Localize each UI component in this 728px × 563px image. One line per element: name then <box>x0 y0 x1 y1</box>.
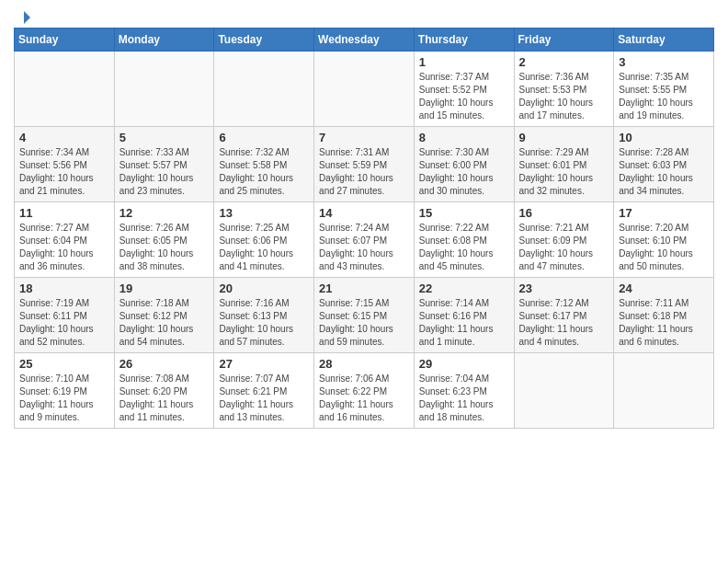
page-header <box>14 9 714 22</box>
calendar-cell <box>514 353 614 429</box>
calendar-cell: 26Sunrise: 7:08 AM Sunset: 6:20 PM Dayli… <box>114 353 214 429</box>
day-header-tuesday: Tuesday <box>214 29 314 52</box>
day-number: 16 <box>519 206 609 220</box>
day-info: Sunrise: 7:15 AM Sunset: 6:15 PM Dayligh… <box>319 297 409 349</box>
day-number: 19 <box>119 282 210 295</box>
day-info: Sunrise: 7:34 AM Sunset: 5:56 PM Dayligh… <box>19 146 109 198</box>
calendar-cell: 3Sunrise: 7:35 AM Sunset: 5:55 PM Daylig… <box>614 52 714 127</box>
day-info: Sunrise: 7:10 AM Sunset: 6:19 PM Dayligh… <box>19 373 109 424</box>
day-header-thursday: Thursday <box>414 29 514 52</box>
calendar-cell: 8Sunrise: 7:30 AM Sunset: 6:00 PM Daylig… <box>414 127 514 202</box>
day-number: 12 <box>119 206 210 220</box>
svg-marker-0 <box>24 11 30 24</box>
day-info: Sunrise: 7:14 AM Sunset: 6:16 PM Dayligh… <box>419 297 509 349</box>
day-number: 29 <box>419 357 509 371</box>
logo <box>14 9 32 22</box>
day-number: 8 <box>419 131 509 144</box>
day-number: 2 <box>519 55 609 69</box>
calendar-week-row: 4Sunrise: 7:34 AM Sunset: 5:56 PM Daylig… <box>15 127 714 202</box>
calendar-cell: 12Sunrise: 7:26 AM Sunset: 6:05 PM Dayli… <box>114 202 214 278</box>
day-number: 28 <box>319 357 409 371</box>
day-number: 21 <box>319 282 409 295</box>
day-info: Sunrise: 7:04 AM Sunset: 6:23 PM Dayligh… <box>419 373 509 424</box>
day-info: Sunrise: 7:19 AM Sunset: 6:11 PM Dayligh… <box>19 297 109 349</box>
day-number: 7 <box>319 131 409 144</box>
logo-icon <box>16 9 32 26</box>
day-number: 10 <box>619 131 709 144</box>
day-number: 27 <box>219 357 309 371</box>
calendar-cell: 7Sunrise: 7:31 AM Sunset: 5:59 PM Daylig… <box>314 127 415 202</box>
day-header-saturday: Saturday <box>614 29 714 52</box>
day-number: 6 <box>219 131 309 144</box>
calendar-cell: 14Sunrise: 7:24 AM Sunset: 6:07 PM Dayli… <box>314 202 415 278</box>
day-header-friday: Friday <box>514 29 614 52</box>
calendar-week-row: 1Sunrise: 7:37 AM Sunset: 5:52 PM Daylig… <box>15 52 714 127</box>
calendar-cell: 15Sunrise: 7:22 AM Sunset: 6:08 PM Dayli… <box>414 202 514 278</box>
day-info: Sunrise: 7:06 AM Sunset: 6:22 PM Dayligh… <box>319 373 409 424</box>
calendar-week-row: 11Sunrise: 7:27 AM Sunset: 6:04 PM Dayli… <box>15 202 714 278</box>
day-info: Sunrise: 7:28 AM Sunset: 6:03 PM Dayligh… <box>619 146 709 198</box>
day-number: 18 <box>19 282 109 295</box>
calendar-cell: 10Sunrise: 7:28 AM Sunset: 6:03 PM Dayli… <box>614 127 714 202</box>
day-info: Sunrise: 7:07 AM Sunset: 6:21 PM Dayligh… <box>219 373 309 424</box>
day-number: 23 <box>519 282 609 295</box>
calendar-cell: 20Sunrise: 7:16 AM Sunset: 6:13 PM Dayli… <box>214 278 314 353</box>
day-number: 11 <box>19 206 109 220</box>
calendar-cell: 24Sunrise: 7:11 AM Sunset: 6:18 PM Dayli… <box>614 278 714 353</box>
day-info: Sunrise: 7:11 AM Sunset: 6:18 PM Dayligh… <box>619 297 709 349</box>
day-info: Sunrise: 7:36 AM Sunset: 5:53 PM Dayligh… <box>519 71 609 122</box>
day-info: Sunrise: 7:08 AM Sunset: 6:20 PM Dayligh… <box>119 373 210 424</box>
day-info: Sunrise: 7:25 AM Sunset: 6:06 PM Dayligh… <box>219 222 309 273</box>
calendar-week-row: 25Sunrise: 7:10 AM Sunset: 6:19 PM Dayli… <box>15 353 714 429</box>
day-number: 17 <box>619 206 709 220</box>
calendar-cell: 2Sunrise: 7:36 AM Sunset: 5:53 PM Daylig… <box>514 52 614 127</box>
calendar-cell <box>314 52 415 127</box>
day-info: Sunrise: 7:24 AM Sunset: 6:07 PM Dayligh… <box>319 222 409 273</box>
day-info: Sunrise: 7:29 AM Sunset: 6:01 PM Dayligh… <box>519 146 609 198</box>
calendar-cell: 21Sunrise: 7:15 AM Sunset: 6:15 PM Dayli… <box>314 278 415 353</box>
calendar-cell: 25Sunrise: 7:10 AM Sunset: 6:19 PM Dayli… <box>15 353 115 429</box>
day-info: Sunrise: 7:18 AM Sunset: 6:12 PM Dayligh… <box>119 297 210 349</box>
day-info: Sunrise: 7:31 AM Sunset: 5:59 PM Dayligh… <box>319 146 409 198</box>
day-info: Sunrise: 7:27 AM Sunset: 6:04 PM Dayligh… <box>19 222 109 273</box>
day-number: 5 <box>119 131 210 144</box>
calendar-cell: 11Sunrise: 7:27 AM Sunset: 6:04 PM Dayli… <box>15 202 115 278</box>
day-info: Sunrise: 7:20 AM Sunset: 6:10 PM Dayligh… <box>619 222 709 273</box>
calendar-cell: 22Sunrise: 7:14 AM Sunset: 6:16 PM Dayli… <box>414 278 514 353</box>
day-header-sunday: Sunday <box>15 29 115 52</box>
calendar-week-row: 18Sunrise: 7:19 AM Sunset: 6:11 PM Dayli… <box>15 278 714 353</box>
calendar-cell: 29Sunrise: 7:04 AM Sunset: 6:23 PM Dayli… <box>414 353 514 429</box>
calendar-cell: 9Sunrise: 7:29 AM Sunset: 6:01 PM Daylig… <box>514 127 614 202</box>
day-number: 4 <box>19 131 109 144</box>
calendar-header-row: SundayMondayTuesdayWednesdayThursdayFrid… <box>15 29 714 52</box>
calendar-cell: 6Sunrise: 7:32 AM Sunset: 5:58 PM Daylig… <box>214 127 314 202</box>
day-number: 25 <box>19 357 109 371</box>
day-number: 22 <box>419 282 509 295</box>
day-number: 26 <box>119 357 210 371</box>
day-info: Sunrise: 7:16 AM Sunset: 6:13 PM Dayligh… <box>219 297 309 349</box>
calendar-cell <box>15 52 115 127</box>
calendar-cell: 23Sunrise: 7:12 AM Sunset: 6:17 PM Dayli… <box>514 278 614 353</box>
calendar-cell: 27Sunrise: 7:07 AM Sunset: 6:21 PM Dayli… <box>214 353 314 429</box>
day-info: Sunrise: 7:21 AM Sunset: 6:09 PM Dayligh… <box>519 222 609 273</box>
day-info: Sunrise: 7:30 AM Sunset: 6:00 PM Dayligh… <box>419 146 509 198</box>
day-number: 24 <box>619 282 709 295</box>
calendar-cell: 13Sunrise: 7:25 AM Sunset: 6:06 PM Dayli… <box>214 202 314 278</box>
day-number: 14 <box>319 206 409 220</box>
day-number: 1 <box>419 55 509 69</box>
day-info: Sunrise: 7:12 AM Sunset: 6:17 PM Dayligh… <box>519 297 609 349</box>
calendar-cell: 18Sunrise: 7:19 AM Sunset: 6:11 PM Dayli… <box>15 278 115 353</box>
day-header-wednesday: Wednesday <box>314 29 415 52</box>
calendar-cell <box>214 52 314 127</box>
day-info: Sunrise: 7:32 AM Sunset: 5:58 PM Dayligh… <box>219 146 309 198</box>
calendar-cell: 16Sunrise: 7:21 AM Sunset: 6:09 PM Dayli… <box>514 202 614 278</box>
day-number: 13 <box>219 206 309 220</box>
calendar-cell: 5Sunrise: 7:33 AM Sunset: 5:57 PM Daylig… <box>114 127 214 202</box>
calendar-cell <box>614 353 714 429</box>
calendar-cell <box>114 52 214 127</box>
day-info: Sunrise: 7:37 AM Sunset: 5:52 PM Dayligh… <box>419 71 509 122</box>
day-info: Sunrise: 7:35 AM Sunset: 5:55 PM Dayligh… <box>619 71 709 122</box>
day-info: Sunrise: 7:22 AM Sunset: 6:08 PM Dayligh… <box>419 222 509 273</box>
calendar-table: SundayMondayTuesdayWednesdayThursdayFrid… <box>14 28 714 429</box>
calendar-cell: 17Sunrise: 7:20 AM Sunset: 6:10 PM Dayli… <box>614 202 714 278</box>
